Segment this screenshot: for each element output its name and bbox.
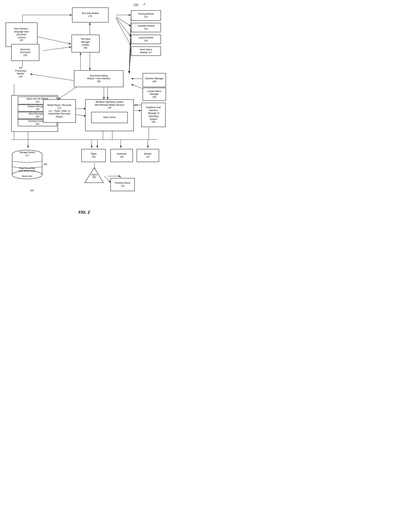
storage-files-label: Page Group Files(with Media Links)Media … bbox=[11, 167, 43, 177]
ref-207: 207 bbox=[134, 104, 138, 107]
svg-line-10 bbox=[129, 39, 131, 74]
svg-line-4 bbox=[116, 18, 131, 36]
svg-line-7 bbox=[36, 36, 71, 44]
text-input-box: Text InputManager(ODIN)292 bbox=[72, 35, 100, 52]
electronic-doc-box: ElectronicDocument220 bbox=[11, 44, 39, 61]
ink-processing-label: InkProcessingModule225 bbox=[10, 66, 31, 78]
svg-line-13 bbox=[43, 47, 72, 51]
storage-device: Storage Device127 Page Group Files(with … bbox=[11, 149, 43, 183]
svg-line-57 bbox=[105, 176, 111, 183]
svg-line-8 bbox=[129, 17, 131, 73]
keyboard-box: Keyboard140 bbox=[110, 149, 133, 162]
rich-edit-box: Rich Edit Module275 bbox=[72, 7, 108, 22]
monitor-box: Monitor147 bbox=[137, 149, 159, 162]
svg-line-17 bbox=[30, 74, 74, 81]
stylus-label: Stylus255 bbox=[84, 173, 105, 178]
windows-os-box: Windows Operating Systemwith Windows Med… bbox=[85, 99, 134, 131]
diagram: 200 ↙ bbox=[0, 0, 168, 206]
pointing-device-box: Pointing Device142 bbox=[110, 178, 135, 191]
storage-label: Storage Device127 bbox=[11, 151, 43, 157]
gui-manager-box: Graphical User InterfaceManager of Opera… bbox=[141, 103, 166, 127]
user-interface-box: User Interface -language inputprocessor(… bbox=[6, 22, 37, 47]
stylus-wrap: Stylus255 bbox=[84, 167, 105, 184]
ref-200: 200 bbox=[134, 3, 138, 7]
direct-show-box: Direct Show bbox=[91, 112, 128, 123]
svg-line-3 bbox=[116, 17, 131, 26]
context-menu-box: Context MenuManager285 bbox=[143, 88, 166, 101]
parsing-box: Parsing Module210 bbox=[131, 10, 161, 21]
layout-box: Layout Module216 bbox=[131, 35, 161, 44]
insert-space-box: Insert SpaceModule 217 bbox=[131, 47, 161, 56]
svg-line-5 bbox=[116, 19, 131, 46]
figure-label: FIG. 2 bbox=[0, 210, 168, 219]
ref-290: 290 bbox=[44, 163, 47, 166]
classifier-box: Classifier Module215 bbox=[131, 23, 161, 32]
media-player-box: Media Player / Recorder211(i.e. - Audio,… bbox=[43, 99, 76, 123]
svg-line-11 bbox=[129, 48, 131, 74]
selection-mgr-box: Selection Manager280 bbox=[143, 73, 166, 87]
svg-line-9 bbox=[129, 29, 131, 73]
tablet-box: Tablet250 bbox=[81, 149, 106, 162]
ref-295: 295 bbox=[30, 189, 34, 192]
doc-editing-box: Document EditingModule / User Interface2… bbox=[74, 70, 123, 87]
arrow-200: ↙ bbox=[143, 2, 146, 6]
